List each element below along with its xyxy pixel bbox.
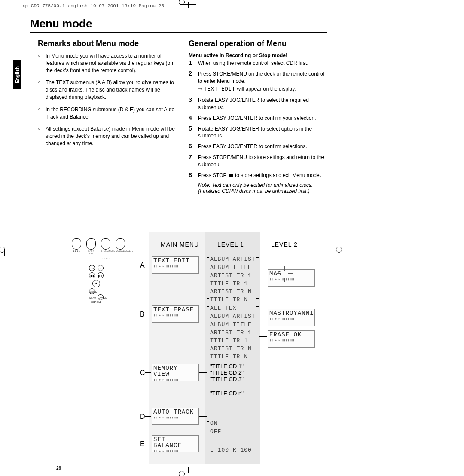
crop-header: xp CDR 775/00.1 english 10-07-2001 13:19… [22,3,164,9]
step-3: Rotate EASY JOG/ENTER to select the requ… [198,97,309,110]
general-heading: General operation of Menu [189,39,327,48]
step-8: Press STOP to store settings and exit Me… [198,172,321,178]
step-7: Press STORE/MENU to store settings and r… [198,154,324,168]
step-5: Rotate EASY JOG/ENTER to select options … [198,126,312,139]
label-C: C [140,369,145,377]
diagram-head-l1: LEVEL 1 [217,241,244,248]
levelA-list: ALBUM ARTIST ALBUM TITLE ARTIST TR 1 TIT… [210,256,256,304]
step-1: When using the remote control, select CD… [198,60,308,66]
remarks-item: In the RECORDING submenus (D & E) you ca… [38,106,176,121]
remarks-item: The TEXT submenus (A & B) allow you to g… [38,79,176,101]
mainmenu-D: AUTO TRACK▮▮ ● ▸ ▮▮▮▮▮▮▮ [152,408,199,425]
levelB-list: ALL TEXT ALBUM ARTIST ALBUM TITLE ARTIST… [210,305,256,361]
levelC-list: "TITLE CD 1" "TITLE CD 2" "TITLE CD 3" "… [210,363,244,397]
control-panel-sketch: ◀◀ ▶▶ EASY JOG STORE/MENU CANCEL/DELETE … [59,237,132,297]
remarks-heading: Remarks about Menu mode [38,39,176,48]
menu-diagram: MAIN MENU LEVEL 1 LEVEL 2 ◀◀ ▶▶ EASY JOG… [56,232,348,464]
page-title: Menu mode [30,17,327,33]
display-text: TEXT EDIT [204,86,235,92]
label-D: D [140,413,145,421]
remarks-item: All settings (except Balance) made in Me… [38,125,176,147]
mainmenu-A: TEXT EDIT▮▮ ● ▸ ▮▮▮▮▮▮▮ [152,256,199,274]
lvl2-B1: MASTROYANNI▮▮ ● ▸ ▮▮▮▮▮▮▮ [268,309,315,326]
remarks-column: Remarks about Menu mode In Menu mode you… [38,39,176,194]
mainmenu-E: SET BALANCE▮▮ ● ▸ ▮▮▮▮▮▮▮ [152,435,199,452]
arrow-icon: ➔ [198,86,202,92]
step-2-suffix: will appear on the display. [235,86,296,92]
label-E: E [140,440,145,448]
note-text: Note: Text can only be edited for unfina… [189,182,327,194]
diagram-head-l2: LEVEL 2 [271,241,298,248]
step-6: Press EASY JOG/ENTER to confirm selectio… [198,143,307,150]
remarks-item: In Menu mode you will have access to a n… [38,52,176,74]
blink-icon [278,268,291,281]
step-4: Press EASY JOG/ENTER to confirm your sel… [198,115,316,121]
lvl2-B2: ERASE OK▮▮ ● ▸ ▮▮▮▮▮▮▮ [268,330,315,348]
label-A: A [140,262,145,269]
levelD-list: ON OFF [210,420,221,436]
mainmenu-C: MEMORY VIEW▮▮ ● ▸ ▮▮▮▮▮▮▮ [152,364,199,381]
language-tab: English [13,60,21,89]
stop-icon [229,174,233,177]
page-number: 26 [56,466,61,470]
lvl2-A: MAS▮▮ ● ▸ ▮▮▮▮▮▮▮ [268,269,315,287]
general-column: General operation of Menu Menu active in… [189,39,327,194]
mainmenu-B: TEXT ERASE▮▮ ● ▸ ▮▮▮▮▮▮▮ [152,305,199,323]
diagram-head-main: MAIN MENU [161,241,199,248]
label-B: B [140,311,145,318]
step-2: Press STORE/MENU on the deck or the remo… [198,71,324,84]
warning-line: Menu active in Recording or Stop mode! [189,52,327,58]
crop-circle-bottom [179,471,185,476]
page-content: English Menu mode Remarks about Menu mod… [26,17,327,194]
levelE-list: L 100 R 100 [210,446,252,455]
